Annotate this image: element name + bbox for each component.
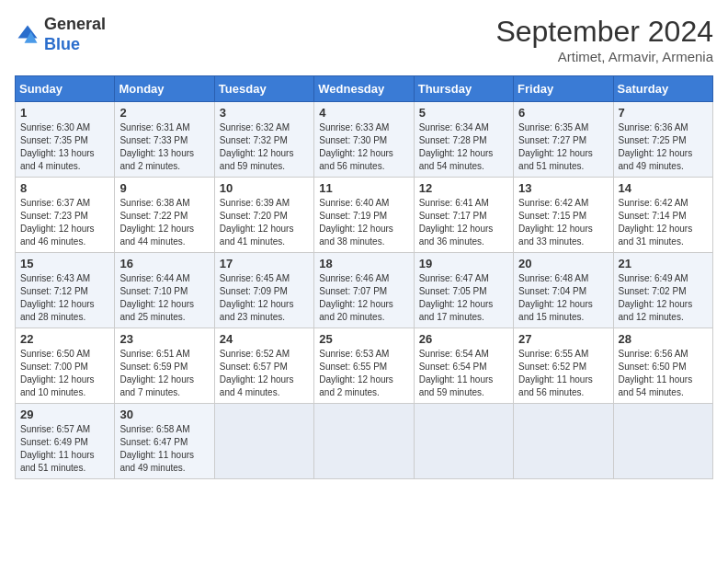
day-number: 12	[419, 181, 508, 195]
day-number: 9	[119, 181, 209, 195]
day-cell: 10 Sunrise: 6:39 AM Sunset: 7:20 PM Dayl…	[214, 178, 313, 253]
logo-general: General	[44, 15, 106, 35]
day-number: 15	[20, 257, 109, 270]
day-number: 24	[220, 332, 309, 346]
day-cell: 27 Sunrise: 6:55 AM Sunset: 6:52 PM Dayl…	[514, 328, 613, 404]
logo-blue: Blue	[44, 35, 106, 55]
day-cell: 21 Sunrise: 6:49 AM Sunset: 7:02 PM Dayl…	[613, 253, 712, 328]
cell-content: Sunrise: 6:39 AM Sunset: 7:20 PM Dayligh…	[220, 197, 309, 248]
day-cell: 18 Sunrise: 6:46 AM Sunset: 7:07 PM Dayl…	[314, 253, 414, 328]
cell-content: Sunrise: 6:57 AM Sunset: 6:49 PM Dayligh…	[20, 423, 109, 475]
day-number: 25	[319, 332, 408, 346]
page-header: General Blue September 2024 Artimet, Arm…	[15, 15, 713, 64]
day-cell	[214, 404, 313, 479]
day-number: 26	[419, 332, 508, 346]
day-cell	[613, 404, 712, 479]
day-cell: 29 Sunrise: 6:57 AM Sunset: 6:49 PM Dayl…	[16, 404, 115, 479]
day-cell: 22 Sunrise: 6:50 AM Sunset: 7:00 PM Dayl…	[16, 328, 115, 404]
column-header-saturday: Saturday	[613, 76, 712, 102]
cell-content: Sunrise: 6:56 AM Sunset: 6:50 PM Dayligh…	[619, 348, 708, 399]
cell-content: Sunrise: 6:33 AM Sunset: 7:30 PM Dayligh…	[319, 121, 408, 173]
column-header-monday: Monday	[115, 76, 214, 102]
day-number: 18	[319, 257, 408, 270]
week-row-1: 1 Sunrise: 6:30 AM Sunset: 7:35 PM Dayli…	[16, 102, 713, 178]
day-cell: 28 Sunrise: 6:56 AM Sunset: 6:50 PM Dayl…	[613, 328, 712, 404]
cell-content: Sunrise: 6:34 AM Sunset: 7:28 PM Dayligh…	[419, 121, 508, 173]
day-number: 7	[619, 106, 708, 120]
day-cell: 23 Sunrise: 6:51 AM Sunset: 6:59 PM Dayl…	[115, 328, 214, 404]
day-cell: 9 Sunrise: 6:38 AM Sunset: 7:22 PM Dayli…	[115, 178, 214, 253]
day-cell	[414, 404, 513, 479]
day-cell: 20 Sunrise: 6:48 AM Sunset: 7:04 PM Dayl…	[514, 253, 613, 328]
location-subtitle: Artimet, Armavir, Armenia	[495, 49, 713, 64]
cell-content: Sunrise: 6:42 AM Sunset: 7:15 PM Dayligh…	[518, 197, 608, 248]
week-row-2: 8 Sunrise: 6:37 AM Sunset: 7:23 PM Dayli…	[16, 178, 713, 253]
column-header-sunday: Sunday	[16, 76, 115, 102]
day-number: 4	[319, 106, 408, 120]
cell-content: Sunrise: 6:30 AM Sunset: 7:35 PM Dayligh…	[20, 121, 109, 173]
logo-text: General Blue	[44, 15, 106, 54]
cell-content: Sunrise: 6:47 AM Sunset: 7:05 PM Dayligh…	[419, 272, 508, 324]
day-cell: 2 Sunrise: 6:31 AM Sunset: 7:33 PM Dayli…	[115, 102, 214, 178]
cell-content: Sunrise: 6:48 AM Sunset: 7:04 PM Dayligh…	[518, 272, 608, 324]
column-header-friday: Friday	[514, 76, 613, 102]
day-number: 3	[220, 106, 309, 120]
cell-content: Sunrise: 6:45 AM Sunset: 7:09 PM Dayligh…	[220, 272, 309, 324]
title-block: September 2024 Artimet, Armavir, Armenia	[495, 15, 713, 64]
day-cell: 19 Sunrise: 6:47 AM Sunset: 7:05 PM Dayl…	[414, 253, 513, 328]
day-number: 1	[20, 106, 109, 120]
cell-content: Sunrise: 6:58 AM Sunset: 6:47 PM Dayligh…	[119, 423, 209, 475]
day-cell: 13 Sunrise: 6:42 AM Sunset: 7:15 PM Dayl…	[514, 178, 613, 253]
cell-content: Sunrise: 6:40 AM Sunset: 7:19 PM Dayligh…	[319, 197, 408, 248]
day-cell: 4 Sunrise: 6:33 AM Sunset: 7:30 PM Dayli…	[314, 102, 414, 178]
logo-icon	[15, 22, 40, 48]
cell-content: Sunrise: 6:38 AM Sunset: 7:22 PM Dayligh…	[119, 197, 209, 248]
cell-content: Sunrise: 6:31 AM Sunset: 7:33 PM Dayligh…	[119, 121, 209, 173]
cell-content: Sunrise: 6:51 AM Sunset: 6:59 PM Dayligh…	[119, 348, 209, 399]
week-row-4: 22 Sunrise: 6:50 AM Sunset: 7:00 PM Dayl…	[16, 328, 713, 404]
cell-content: Sunrise: 6:37 AM Sunset: 7:23 PM Dayligh…	[20, 197, 109, 248]
logo: General Blue	[15, 15, 106, 54]
day-number: 14	[619, 181, 708, 195]
day-number: 23	[119, 332, 209, 346]
cell-content: Sunrise: 6:32 AM Sunset: 7:32 PM Dayligh…	[220, 121, 309, 173]
day-number: 10	[220, 181, 309, 195]
cell-content: Sunrise: 6:49 AM Sunset: 7:02 PM Dayligh…	[619, 272, 708, 324]
day-number: 27	[518, 332, 608, 346]
day-cell: 12 Sunrise: 6:41 AM Sunset: 7:17 PM Dayl…	[414, 178, 513, 253]
day-number: 20	[518, 257, 608, 270]
month-title: September 2024	[495, 15, 713, 49]
cell-content: Sunrise: 6:55 AM Sunset: 6:52 PM Dayligh…	[518, 348, 608, 399]
column-header-wednesday: Wednesday	[314, 76, 414, 102]
day-cell: 3 Sunrise: 6:32 AM Sunset: 7:32 PM Dayli…	[214, 102, 313, 178]
cell-content: Sunrise: 6:52 AM Sunset: 6:57 PM Dayligh…	[220, 348, 309, 399]
cell-content: Sunrise: 6:46 AM Sunset: 7:07 PM Dayligh…	[319, 272, 408, 324]
day-number: 22	[20, 332, 109, 346]
cell-content: Sunrise: 6:36 AM Sunset: 7:25 PM Dayligh…	[619, 121, 708, 173]
day-number: 6	[518, 106, 608, 120]
day-number: 29	[20, 408, 109, 421]
day-cell: 1 Sunrise: 6:30 AM Sunset: 7:35 PM Dayli…	[16, 102, 115, 178]
cell-content: Sunrise: 6:42 AM Sunset: 7:14 PM Dayligh…	[619, 197, 708, 248]
day-cell: 7 Sunrise: 6:36 AM Sunset: 7:25 PM Dayli…	[613, 102, 712, 178]
day-cell: 11 Sunrise: 6:40 AM Sunset: 7:19 PM Dayl…	[314, 178, 414, 253]
day-number: 2	[119, 106, 209, 120]
day-cell: 14 Sunrise: 6:42 AM Sunset: 7:14 PM Dayl…	[613, 178, 712, 253]
day-number: 21	[619, 257, 708, 270]
week-row-5: 29 Sunrise: 6:57 AM Sunset: 6:49 PM Dayl…	[16, 404, 713, 479]
cell-content: Sunrise: 6:43 AM Sunset: 7:12 PM Dayligh…	[20, 272, 109, 324]
cell-content: Sunrise: 6:41 AM Sunset: 7:17 PM Dayligh…	[419, 197, 508, 248]
day-cell	[514, 404, 613, 479]
cell-content: Sunrise: 6:50 AM Sunset: 7:00 PM Dayligh…	[20, 348, 109, 399]
week-row-3: 15 Sunrise: 6:43 AM Sunset: 7:12 PM Dayl…	[16, 253, 713, 328]
day-cell: 25 Sunrise: 6:53 AM Sunset: 6:55 PM Dayl…	[314, 328, 414, 404]
day-number: 19	[419, 257, 508, 270]
day-cell: 17 Sunrise: 6:45 AM Sunset: 7:09 PM Dayl…	[214, 253, 313, 328]
day-cell: 30 Sunrise: 6:58 AM Sunset: 6:47 PM Dayl…	[115, 404, 214, 479]
day-number: 11	[319, 181, 408, 195]
day-cell: 8 Sunrise: 6:37 AM Sunset: 7:23 PM Dayli…	[16, 178, 115, 253]
cell-content: Sunrise: 6:54 AM Sunset: 6:54 PM Dayligh…	[419, 348, 508, 399]
cell-content: Sunrise: 6:44 AM Sunset: 7:10 PM Dayligh…	[119, 272, 209, 324]
day-cell: 26 Sunrise: 6:54 AM Sunset: 6:54 PM Dayl…	[414, 328, 513, 404]
svg-marker-0	[18, 25, 38, 38]
